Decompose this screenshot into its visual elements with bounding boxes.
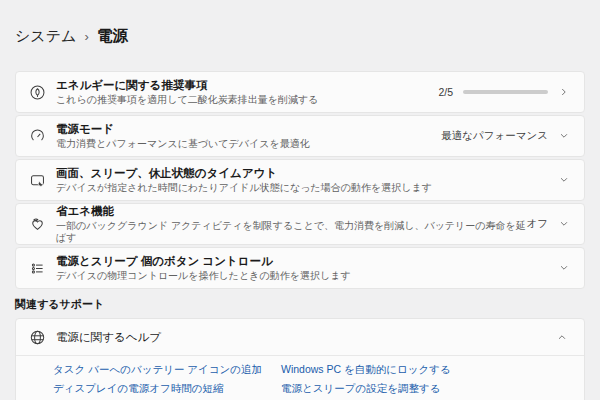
energy-progress-bar <box>463 90 548 94</box>
card-energy-recommendations[interactable]: エネルギーに関する推奨事項 これらの推奨事項を適用して二酸化炭素排出量を削減する… <box>15 71 585 113</box>
chevron-down-icon <box>558 262 570 274</box>
chevron-down-icon <box>558 174 570 186</box>
energy-score: 2/5 <box>438 86 453 98</box>
card-subtitle: デバイスの物理コントロールを操作したときの動作を選択します <box>56 270 351 282</box>
card-subtitle: これらの推奨事項を適用して二酸化炭素排出量を削減する <box>56 94 318 106</box>
link-add-battery-icon-taskbar[interactable]: タスク バーへのバッテリー アイコンの追加 <box>53 362 262 377</box>
chevron-down-icon <box>558 218 570 230</box>
card-title: 電源モード <box>56 123 310 136</box>
energy-saver-state: オフ <box>527 217 549 231</box>
related-support-header: 関連するサポート <box>15 297 585 312</box>
card-title: 電源とスリープ 個のボタン コントロール <box>56 255 351 268</box>
card-title: 画面、スリープ、休止状態のタイムアウト <box>56 167 432 180</box>
power-mode-value: 最適なパフォーマンス <box>441 129 548 143</box>
screen-moon-icon <box>29 172 46 189</box>
card-subtitle: 一部のバックグラウンド アクティビティを制限することで、電力消費を削減し、バッテ… <box>56 220 527 244</box>
settings-page: システム › 電源 エネルギーに関する推奨事項 これらの推奨事項を適用して二酸化… <box>0 0 600 400</box>
chevron-right-icon <box>558 86 570 98</box>
breadcrumb-separator: › <box>84 29 88 44</box>
chevron-up-icon <box>556 331 568 343</box>
settings-card-list: エネルギーに関する推奨事項 これらの推奨事項を適用して二酸化炭素排出量を削減する… <box>15 71 585 289</box>
chevron-down-icon <box>558 130 570 142</box>
help-card: 電源に関するヘルプ タスク バーへのバッテリー アイコンの追加 Windows … <box>15 318 585 400</box>
card-title: 省エネ機能 <box>56 205 527 218</box>
leaf-circle-icon <box>29 84 46 101</box>
help-card-title: 電源に関するヘルプ <box>56 331 161 344</box>
gauge-icon <box>29 128 46 145</box>
breadcrumb-system[interactable]: システム <box>15 27 76 46</box>
help-card-header[interactable]: 電源に関するヘルプ <box>16 319 584 355</box>
card-subtitle: デバイスが指定された時間にわたりアイドル状態になった場合の動作を選択します <box>56 182 432 194</box>
link-lock-pc-automatically[interactable]: Windows PC を自動的にロックする <box>281 362 451 377</box>
leaf-heart-icon <box>29 216 46 233</box>
globe-icon <box>29 329 46 346</box>
link-adjust-power-sleep-settings[interactable]: 電源とスリープの設定を調整する <box>281 381 440 396</box>
sliders-icon <box>29 260 46 277</box>
breadcrumb: システム › 電源 <box>15 26 585 47</box>
link-shorten-display-off-time[interactable]: ディスプレイの電源オフ時間の短縮 <box>53 381 223 396</box>
card-power-sleep-buttons[interactable]: 電源とスリープ 個のボタン コントロール デバイスの物理コントロールを操作したと… <box>15 247 585 289</box>
card-power-mode[interactable]: 電源モード 電力消費とパフォーマンスに基づいてデバイスを最適化 最適なパフォーマ… <box>15 115 585 157</box>
card-energy-saver[interactable]: 省エネ機能 一部のバックグラウンド アクティビティを制限することで、電力消費を削… <box>15 203 585 245</box>
card-screen-sleep-timeouts[interactable]: 画面、スリープ、休止状態のタイムアウト デバイスが指定された時間にわたりアイドル… <box>15 159 585 201</box>
card-subtitle: 電力消費とパフォーマンスに基づいてデバイスを最適化 <box>56 138 310 150</box>
help-links: タスク バーへのバッテリー アイコンの追加 Windows PC を自動的にロッ… <box>16 356 584 400</box>
card-title: エネルギーに関する推奨事項 <box>56 79 318 92</box>
page-title: 電源 <box>97 26 128 47</box>
